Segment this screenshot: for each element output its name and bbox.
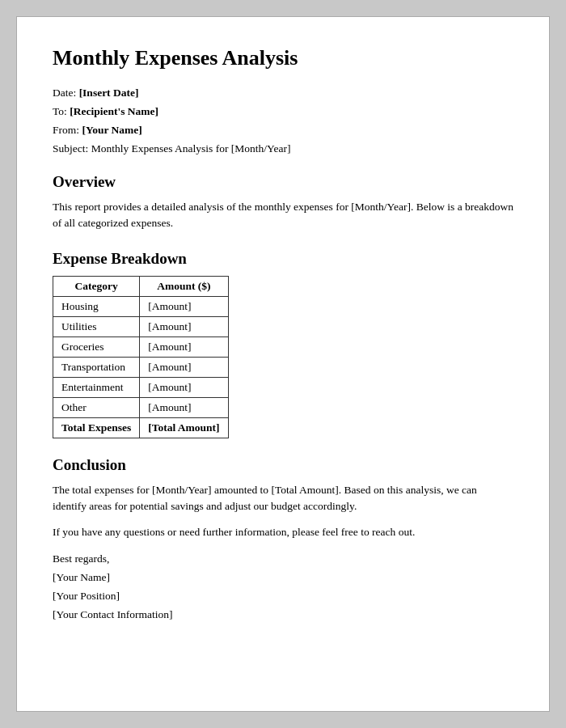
from-label: From: bbox=[53, 124, 79, 136]
table-row: Housing[Amount] bbox=[53, 296, 229, 316]
subject-value: Monthly Expenses Analysis for [Month/Yea… bbox=[91, 142, 291, 154]
conclusion-text1: The total expenses for [Month/Year] amou… bbox=[53, 482, 513, 515]
category-cell: Groceries bbox=[53, 336, 140, 357]
amount-cell: [Amount] bbox=[140, 377, 228, 397]
closing-line4: [Your Contact Information] bbox=[53, 606, 513, 624]
table-row: Groceries[Amount] bbox=[53, 336, 229, 357]
amount-cell: [Amount] bbox=[140, 336, 228, 357]
table-total-row: Total Expenses [Total Amount] bbox=[53, 417, 229, 438]
from-value: [Your Name] bbox=[82, 124, 142, 136]
category-cell: Entertainment bbox=[53, 377, 140, 397]
table-row: Utilities[Amount] bbox=[53, 316, 229, 336]
subject-line: Subject: Monthly Expenses Analysis for [… bbox=[53, 142, 513, 155]
overview-heading: Overview bbox=[53, 173, 513, 191]
category-cell: Transportation bbox=[53, 357, 140, 377]
category-cell: Other bbox=[53, 397, 140, 417]
date-value: [Insert Date] bbox=[79, 87, 139, 99]
amount-cell: [Amount] bbox=[140, 316, 228, 336]
amount-cell: [Amount] bbox=[140, 357, 228, 377]
document-page: Monthly Expenses Analysis Date: [Insert … bbox=[16, 16, 550, 712]
conclusion-heading: Conclusion bbox=[53, 456, 513, 474]
amount-cell: [Amount] bbox=[140, 296, 228, 316]
expense-table: Category Amount ($) Housing[Amount]Utili… bbox=[53, 276, 229, 438]
from-line: From: [Your Name] bbox=[53, 124, 513, 137]
closing-line1: Best regards, bbox=[53, 550, 513, 569]
to-label: To: bbox=[53, 105, 67, 117]
table-row: Transportation[Amount] bbox=[53, 357, 229, 377]
total-amount: [Total Amount] bbox=[140, 417, 228, 438]
overview-text: This report provides a detailed analysis… bbox=[53, 199, 513, 232]
amount-cell: [Amount] bbox=[140, 397, 228, 417]
document-title: Monthly Expenses Analysis bbox=[53, 46, 513, 70]
date-label: Date: bbox=[53, 87, 76, 99]
table-header-amount: Amount ($) bbox=[140, 276, 228, 296]
date-line: Date: [Insert Date] bbox=[53, 87, 513, 99]
subject-label: Subject: bbox=[53, 142, 88, 154]
to-line: To: [Recipient's Name] bbox=[53, 105, 513, 118]
total-label: Total Expenses bbox=[53, 417, 140, 438]
table-row: Entertainment[Amount] bbox=[53, 377, 229, 397]
expense-breakdown-heading: Expense Breakdown bbox=[53, 250, 513, 268]
category-cell: Housing bbox=[53, 296, 140, 316]
closing-line2: [Your Name] bbox=[53, 569, 513, 587]
table-header-category: Category bbox=[53, 276, 140, 296]
category-cell: Utilities bbox=[53, 316, 140, 336]
closing-line3: [Your Position] bbox=[53, 587, 513, 606]
to-value: [Recipient's Name] bbox=[70, 105, 158, 117]
conclusion-text2: If you have any questions or need furthe… bbox=[53, 524, 513, 540]
closing-block: Best regards, [Your Name] [Your Position… bbox=[53, 550, 513, 624]
table-row: Other[Amount] bbox=[53, 397, 229, 417]
